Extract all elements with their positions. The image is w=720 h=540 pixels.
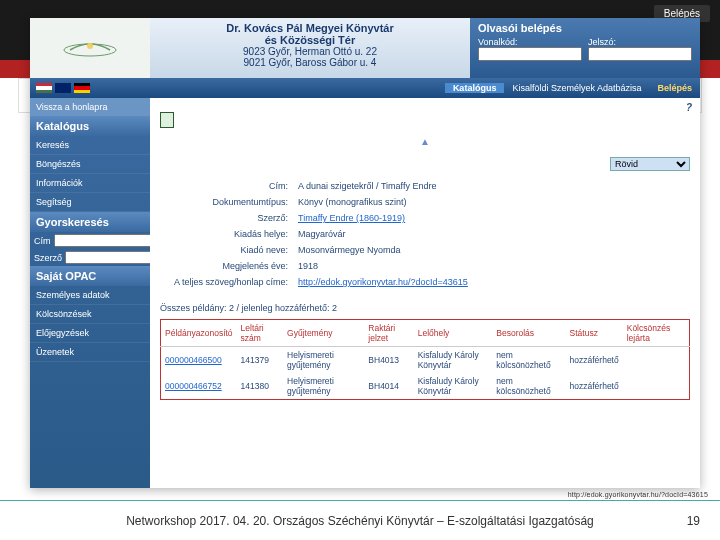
institution-address-1: 9023 Győr, Herman Ottó u. 22 [154,46,466,57]
col-status: Státusz [566,320,623,347]
password-label: Jelszó: [588,37,616,47]
quicksearch-title-label: Cím [34,236,51,246]
meta-value-title: A dunai szigetekről / Timaffy Endre [294,179,688,193]
sidebar-item-reservations[interactable]: Előjegyzések [30,324,150,343]
sidebar-item-help[interactable]: Segítség [30,193,150,212]
password-input[interactable] [588,47,692,61]
cell: 141380 [237,373,283,400]
document-type-icon [160,112,690,130]
content-area: ? ▲ Rövid Cím:A dunai szigetekről / Tima… [150,98,700,488]
cell: BH4013 [364,347,413,374]
cell: nem kölcsönözhető [492,373,565,400]
view-format-select[interactable]: Rövid [610,157,690,171]
cell: hozzáférhető [566,347,623,374]
opac-window: Dr. Kovács Pál Megyei Könyvtár és Közöss… [30,18,700,488]
sidebar-head-myopac: Saját OPAC [30,266,150,286]
flag-hu-icon[interactable] [36,83,52,93]
institution-name-1: Dr. Kovács Pál Megyei Könyvtár [154,22,466,34]
help-icon[interactable]: ? [686,102,692,113]
slide-footer: Networkshop 2017. 04. 20. Országos Széch… [0,500,720,540]
top-nav: Katalógus Kisalföldi Személyek Adatbázis… [30,78,700,98]
record-metadata: Cím:A dunai szigetekről / Timaffy Endre … [160,177,690,291]
header: Dr. Kovács Pál Megyei Könyvtár és Közöss… [30,18,700,78]
quicksearch-author-label: Szerző [34,253,62,263]
sidebar-item-messages[interactable]: Üzenetek [30,343,150,362]
meta-label: Cím: [162,179,292,193]
col-due: Kölcsönzés lejárta [623,320,690,347]
table-row: 000000466500 141379 Helyismereti gyűjtem… [161,347,690,374]
institution-address-2: 9021 Győr, Baross Gábor u. 4 [154,57,466,68]
meta-label: Dokumentumtípus: [162,195,292,209]
cell: 141379 [237,347,283,374]
nav-login[interactable]: Belépés [649,83,700,93]
cell [623,373,690,400]
footer-caption: Networkshop 2017. 04. 20. Országos Széch… [126,514,594,528]
flag-de-icon[interactable] [74,83,90,93]
sidebar-head-quicksearch: Gyorskeresés [30,212,150,232]
reader-login-panel: Olvasói belépés Vonalkód: Jelszó: [470,18,700,78]
institution-name-2: és Közösségi Tér [154,34,466,46]
col-shelf: Raktári jelzet [364,320,413,347]
institution-info: Dr. Kovács Pál Megyei Könyvtár és Közöss… [150,18,470,78]
nav-catalog[interactable]: Katalógus [445,83,505,93]
table-row: 000000466752 141380 Helyismereti gyűjtem… [161,373,690,400]
up-arrow-icon[interactable]: ▲ [160,136,690,147]
meta-label: A teljes szöveg/honlap címe: [162,275,292,289]
cell: Kisfaludy Károly Könyvtár [414,347,493,374]
login-title: Olvasói belépés [478,22,692,34]
cell: hozzáférhető [566,373,623,400]
copy-id-link[interactable]: 000000466752 [161,373,237,400]
cell: BH4014 [364,373,413,400]
cell: Kisfaludy Károly Könyvtár [414,373,493,400]
meta-label: Kiadás helye: [162,227,292,241]
library-logo [30,18,150,78]
col-inventory: Leltári szám [237,320,283,347]
cell: Helyismereti gyűjtemény [283,373,364,400]
language-flags [30,83,96,93]
logo-icon [60,32,120,64]
sidebar-item-info[interactable]: Információk [30,174,150,193]
body-area: Vissza a honlapra Katalógus Keresés Böng… [30,98,700,488]
sidebar-head-catalog: Katalógus [30,116,150,136]
meta-value-place: Magyaróvár [294,227,688,241]
footer-url-small: http://edok.gyorikonyvtar.hu/?docId=4361… [568,491,708,498]
copy-id-link[interactable]: 000000466500 [161,347,237,374]
barcode-input[interactable] [478,47,582,61]
meta-value-doctype: Könyv (monografikus szint) [294,195,688,209]
meta-label: Szerző: [162,211,292,225]
cell: Helyismereti gyűjtemény [283,347,364,374]
sidebar-item-browse[interactable]: Böngészés [30,155,150,174]
copies-summary: Összes példány: 2 / jelenleg hozzáférhet… [160,303,690,313]
sidebar: Vissza a honlapra Katalógus Keresés Böng… [30,98,150,488]
col-location: Lelőhely [414,320,493,347]
meta-value-publisher: Mosonvármegye Nyomda [294,243,688,257]
meta-link-fulltext[interactable]: http://edok.gyorikonyvtar.hu/?docId=4361… [294,275,688,289]
cell: nem kölcsönözhető [492,347,565,374]
cell [623,347,690,374]
nav-persons-db[interactable]: Kisalföldi Személyek Adatbázisa [504,83,649,93]
flag-en-icon[interactable] [55,83,71,93]
sidebar-item-search[interactable]: Keresés [30,136,150,155]
copies-table: Példányazonosító Leltári szám Gyűjtemény… [160,319,690,400]
col-category: Besorolás [492,320,565,347]
meta-value-year: 1918 [294,259,688,273]
sidebar-back-home[interactable]: Vissza a honlapra [30,98,150,116]
col-item-id: Példányazonosító [161,320,237,347]
sidebar-item-personal[interactable]: Személyes adatok [30,286,150,305]
meta-link-author[interactable]: Timaffy Endre (1860-1919) [294,211,688,225]
col-collection: Gyűjtemény [283,320,364,347]
meta-label: Megjelenés éve: [162,259,292,273]
meta-label: Kiadó neve: [162,243,292,257]
sidebar-item-loans[interactable]: Kölcsönzések [30,305,150,324]
svg-point-1 [87,43,93,49]
barcode-label: Vonalkód: [478,37,518,47]
page-number: 19 [687,514,700,528]
